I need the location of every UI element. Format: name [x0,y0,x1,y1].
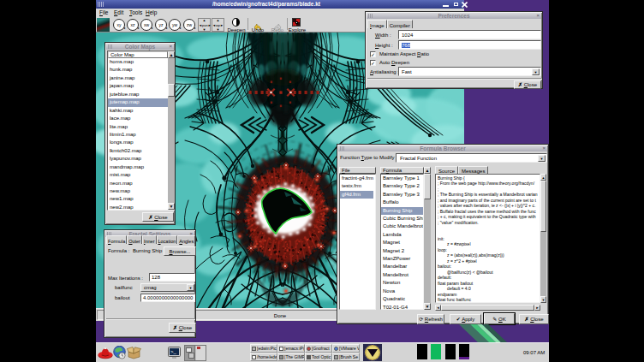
svg-text:>_: >_ [170,349,177,354]
